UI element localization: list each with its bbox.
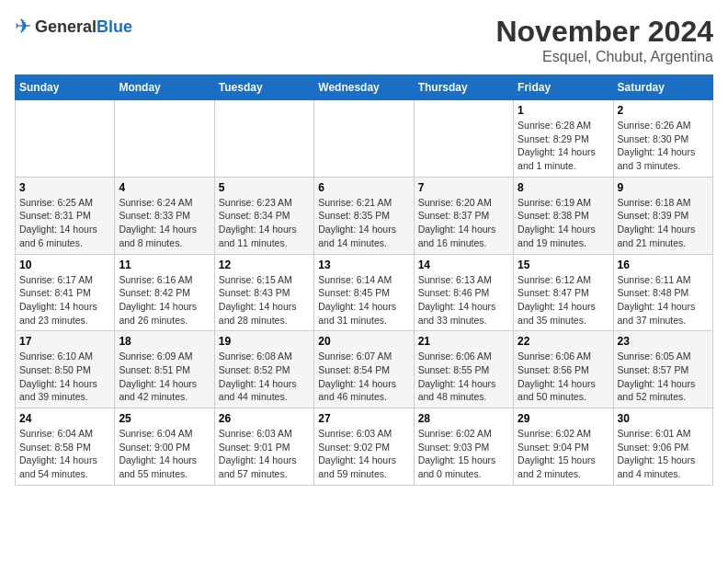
day-info: Sunrise: 6:06 AM Sunset: 8:56 PM Dayligh…	[518, 350, 609, 404]
calendar-cell: 11Sunrise: 6:16 AM Sunset: 8:42 PM Dayli…	[115, 254, 214, 331]
logo: ✈ GeneralBlue	[15, 15, 132, 39]
calendar-cell: 27Sunrise: 6:03 AM Sunset: 9:02 PM Dayli…	[314, 408, 414, 486]
day-number: 20	[318, 335, 409, 348]
calendar-cell	[414, 100, 513, 178]
day-info: Sunrise: 6:05 AM Sunset: 8:57 PM Dayligh…	[618, 350, 709, 404]
day-number: 11	[119, 259, 210, 271]
weekday-header: Tuesday	[214, 75, 313, 100]
calendar-week-row: 24Sunrise: 6:04 AM Sunset: 8:58 PM Dayli…	[16, 408, 713, 486]
calendar-cell: 16Sunrise: 6:11 AM Sunset: 8:48 PM Dayli…	[613, 254, 712, 331]
day-number: 26	[219, 412, 310, 425]
calendar-cell: 15Sunrise: 6:12 AM Sunset: 8:47 PM Dayli…	[514, 254, 613, 331]
day-info: Sunrise: 6:14 AM Sunset: 8:45 PM Dayligh…	[318, 273, 409, 327]
day-info: Sunrise: 6:01 AM Sunset: 9:06 PM Dayligh…	[618, 427, 709, 481]
day-info: Sunrise: 6:21 AM Sunset: 8:35 PM Dayligh…	[318, 196, 409, 250]
weekday-header: Wednesday	[314, 75, 414, 100]
logo-blue: Blue	[97, 17, 132, 36]
day-number: 18	[119, 335, 210, 348]
day-info: Sunrise: 6:09 AM Sunset: 8:51 PM Dayligh…	[119, 350, 210, 404]
day-number: 1	[518, 104, 609, 117]
calendar-cell: 6Sunrise: 6:21 AM Sunset: 8:35 PM Daylig…	[314, 177, 414, 254]
calendar-cell: 2Sunrise: 6:26 AM Sunset: 8:30 PM Daylig…	[613, 100, 712, 178]
day-number: 17	[19, 335, 110, 348]
weekday-header-row: SundayMondayTuesdayWednesdayThursdayFrid…	[16, 75, 713, 100]
day-number: 15	[518, 259, 609, 271]
day-number: 14	[418, 259, 509, 271]
calendar-cell	[214, 100, 313, 178]
day-info: Sunrise: 6:16 AM Sunset: 8:42 PM Dayligh…	[119, 273, 210, 327]
day-number: 3	[19, 181, 110, 194]
day-info: Sunrise: 6:11 AM Sunset: 8:48 PM Dayligh…	[618, 273, 709, 327]
calendar-cell: 8Sunrise: 6:19 AM Sunset: 8:38 PM Daylig…	[514, 177, 613, 254]
weekday-header: Friday	[514, 75, 613, 100]
calendar-cell: 5Sunrise: 6:23 AM Sunset: 8:34 PM Daylig…	[214, 177, 313, 254]
day-info: Sunrise: 6:03 AM Sunset: 9:01 PM Dayligh…	[219, 427, 310, 481]
calendar-cell: 1Sunrise: 6:28 AM Sunset: 8:29 PM Daylig…	[514, 100, 613, 178]
calendar-cell: 23Sunrise: 6:05 AM Sunset: 8:57 PM Dayli…	[613, 331, 712, 408]
day-info: Sunrise: 6:24 AM Sunset: 8:33 PM Dayligh…	[119, 196, 210, 250]
day-number: 5	[219, 181, 310, 194]
calendar-week-row: 3Sunrise: 6:25 AM Sunset: 8:31 PM Daylig…	[16, 177, 713, 254]
day-number: 23	[618, 335, 709, 348]
day-number: 10	[19, 259, 110, 271]
calendar-cell: 30Sunrise: 6:01 AM Sunset: 9:06 PM Dayli…	[613, 408, 712, 486]
day-info: Sunrise: 6:02 AM Sunset: 9:03 PM Dayligh…	[418, 427, 509, 481]
day-info: Sunrise: 6:03 AM Sunset: 9:02 PM Dayligh…	[318, 427, 409, 481]
day-info: Sunrise: 6:07 AM Sunset: 8:54 PM Dayligh…	[318, 350, 409, 404]
calendar-cell: 26Sunrise: 6:03 AM Sunset: 9:01 PM Dayli…	[214, 408, 313, 486]
calendar-cell: 19Sunrise: 6:08 AM Sunset: 8:52 PM Dayli…	[214, 331, 313, 408]
day-info: Sunrise: 6:04 AM Sunset: 8:58 PM Dayligh…	[19, 427, 110, 481]
day-info: Sunrise: 6:25 AM Sunset: 8:31 PM Dayligh…	[19, 196, 110, 250]
day-info: Sunrise: 6:02 AM Sunset: 9:04 PM Dayligh…	[518, 427, 609, 481]
month-title: November 2024	[495, 15, 713, 49]
calendar-cell: 22Sunrise: 6:06 AM Sunset: 8:56 PM Dayli…	[514, 331, 613, 408]
calendar-cell: 12Sunrise: 6:15 AM Sunset: 8:43 PM Dayli…	[214, 254, 313, 331]
day-number: 25	[119, 412, 210, 425]
day-number: 21	[418, 335, 509, 348]
day-info: Sunrise: 6:28 AM Sunset: 8:29 PM Dayligh…	[518, 119, 609, 173]
day-number: 9	[618, 181, 709, 194]
day-info: Sunrise: 6:08 AM Sunset: 8:52 PM Dayligh…	[219, 350, 310, 404]
day-info: Sunrise: 6:15 AM Sunset: 8:43 PM Dayligh…	[219, 273, 310, 327]
location-title: Esquel, Chubut, Argentina	[495, 49, 713, 65]
day-number: 8	[518, 181, 609, 194]
calendar-cell: 17Sunrise: 6:10 AM Sunset: 8:50 PM Dayli…	[16, 331, 115, 408]
day-number: 30	[618, 412, 709, 425]
day-number: 28	[418, 412, 509, 425]
weekday-header: Monday	[115, 75, 214, 100]
day-number: 27	[318, 412, 409, 425]
day-number: 22	[518, 335, 609, 348]
calendar-week-row: 1Sunrise: 6:28 AM Sunset: 8:29 PM Daylig…	[16, 100, 713, 178]
calendar-week-row: 10Sunrise: 6:17 AM Sunset: 8:41 PM Dayli…	[16, 254, 713, 331]
day-number: 24	[19, 412, 110, 425]
day-number: 19	[219, 335, 310, 348]
day-number: 7	[418, 181, 509, 194]
calendar-cell: 21Sunrise: 6:06 AM Sunset: 8:55 PM Dayli…	[414, 331, 513, 408]
day-number: 16	[618, 259, 709, 271]
calendar-cell: 29Sunrise: 6:02 AM Sunset: 9:04 PM Dayli…	[514, 408, 613, 486]
day-number: 12	[219, 259, 310, 271]
calendar-cell: 3Sunrise: 6:25 AM Sunset: 8:31 PM Daylig…	[16, 177, 115, 254]
logo-general: General	[35, 17, 97, 36]
calendar-cell: 24Sunrise: 6:04 AM Sunset: 8:58 PM Dayli…	[16, 408, 115, 486]
day-number: 13	[318, 259, 409, 271]
calendar-cell: 18Sunrise: 6:09 AM Sunset: 8:51 PM Dayli…	[115, 331, 214, 408]
day-info: Sunrise: 6:10 AM Sunset: 8:50 PM Dayligh…	[19, 350, 110, 404]
calendar-cell: 7Sunrise: 6:20 AM Sunset: 8:37 PM Daylig…	[414, 177, 513, 254]
day-info: Sunrise: 6:13 AM Sunset: 8:46 PM Dayligh…	[418, 273, 509, 327]
day-number: 2	[618, 104, 709, 117]
calendar-cell	[16, 100, 115, 178]
day-info: Sunrise: 6:18 AM Sunset: 8:39 PM Dayligh…	[618, 196, 709, 250]
day-info: Sunrise: 6:20 AM Sunset: 8:37 PM Dayligh…	[418, 196, 509, 250]
calendar: SundayMondayTuesdayWednesdayThursdayFrid…	[15, 75, 713, 486]
calendar-cell: 28Sunrise: 6:02 AM Sunset: 9:03 PM Dayli…	[414, 408, 513, 486]
calendar-cell: 20Sunrise: 6:07 AM Sunset: 8:54 PM Dayli…	[314, 331, 414, 408]
day-info: Sunrise: 6:04 AM Sunset: 9:00 PM Dayligh…	[119, 427, 210, 481]
calendar-week-row: 17Sunrise: 6:10 AM Sunset: 8:50 PM Dayli…	[16, 331, 713, 408]
day-number: 4	[119, 181, 210, 194]
calendar-cell: 9Sunrise: 6:18 AM Sunset: 8:39 PM Daylig…	[613, 177, 712, 254]
logo-icon: ✈	[15, 15, 31, 39]
weekday-header: Saturday	[613, 75, 712, 100]
day-number: 6	[318, 181, 409, 194]
logo-text: GeneralBlue	[35, 17, 132, 37]
